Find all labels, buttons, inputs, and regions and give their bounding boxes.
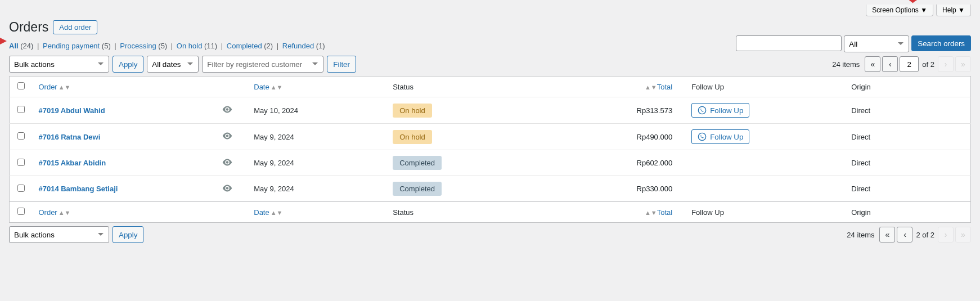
whatsapp-icon xyxy=(698,132,707,141)
svg-point-0 xyxy=(698,106,705,114)
prev-page-button-bottom[interactable]: ‹ xyxy=(897,227,912,242)
sort-total-bottom[interactable]: ▲▼Total xyxy=(644,208,672,217)
status-badge: Completed xyxy=(393,156,442,170)
svg-point-1 xyxy=(698,133,705,140)
order-origin: Direct xyxy=(846,150,970,176)
apply-button-top[interactable]: Apply xyxy=(113,56,143,73)
status-badge: Completed xyxy=(393,182,442,196)
order-origin: Direct xyxy=(846,176,970,202)
customer-filter-select[interactable]: Filter by registered customer xyxy=(202,56,323,73)
order-search-input[interactable] xyxy=(736,35,842,51)
last-page-button-bottom: » xyxy=(955,227,971,242)
items-count-bottom: 24 items xyxy=(847,231,874,239)
row-checkbox[interactable] xyxy=(17,106,25,113)
preview-icon[interactable] xyxy=(222,132,232,140)
annotation-arrow-search-input xyxy=(0,34,8,48)
help-label: Help xyxy=(942,6,956,14)
status-badge: On hold xyxy=(393,130,432,144)
order-date: May 9, 2024 xyxy=(248,176,387,202)
first-page-button[interactable]: « xyxy=(865,56,880,72)
page-number-input[interactable] xyxy=(900,56,919,72)
col-followup-bottom: Follow Up xyxy=(686,202,846,223)
followup-button[interactable]: Follow Up xyxy=(691,129,749,144)
order-date: May 9, 2024 xyxy=(248,150,387,176)
screen-options-button[interactable]: Screen Options ▼ xyxy=(866,5,933,16)
sort-date-bottom[interactable]: Date▲▼ xyxy=(254,208,282,217)
followup-button[interactable]: Follow Up xyxy=(691,103,749,118)
order-total: Rp313.573 xyxy=(603,97,686,124)
order-link[interactable]: #7015 Akbar Abidin xyxy=(38,159,106,167)
order-origin: Direct xyxy=(846,124,970,150)
whatsapp-icon xyxy=(698,106,707,115)
order-link[interactable]: #7016 Ratna Dewi xyxy=(38,133,100,141)
order-total: Rp330.000 xyxy=(603,176,686,202)
help-button[interactable]: Help ▼ xyxy=(936,5,971,16)
first-page-button-bottom[interactable]: « xyxy=(879,227,895,242)
prev-page-button[interactable]: ‹ xyxy=(882,56,898,72)
table-row: #7019 Abdul WahidMay 10, 2024On holdRp31… xyxy=(10,97,971,124)
registered-type-select[interactable]: All xyxy=(844,35,909,52)
order-origin: Direct xyxy=(846,97,970,124)
page-total-label: of 2 xyxy=(922,60,934,69)
screen-options-label: Screen Options xyxy=(872,6,919,14)
annotation-arrow-search-button xyxy=(892,0,919,6)
order-total: Rp602.000 xyxy=(603,150,686,176)
col-origin: Origin xyxy=(846,77,970,97)
search-orders-button[interactable]: Search orders xyxy=(911,35,971,51)
row-checkbox[interactable] xyxy=(17,159,25,166)
col-origin-bottom: Origin xyxy=(846,202,970,223)
table-row: #7015 Akbar AbidinMay 9, 2024CompletedRp… xyxy=(10,150,971,176)
preview-icon[interactable] xyxy=(222,158,232,166)
preview-icon[interactable] xyxy=(222,106,232,114)
col-status-bottom: Status xyxy=(387,202,603,223)
filter-button[interactable]: Filter xyxy=(327,56,356,73)
order-date: May 9, 2024 xyxy=(248,124,387,150)
col-status: Status xyxy=(387,77,603,97)
apply-button-bottom[interactable]: Apply xyxy=(113,226,143,243)
next-page-button-bottom: › xyxy=(938,227,954,242)
select-all-checkbox-top[interactable] xyxy=(17,82,25,89)
next-page-button: › xyxy=(938,56,954,72)
preview-icon[interactable] xyxy=(222,184,232,192)
date-filter-select[interactable]: All dates xyxy=(147,56,199,73)
page-display-bottom: 2 of 2 xyxy=(916,231,934,239)
items-count-top: 24 items xyxy=(832,60,860,69)
status-badge: On hold xyxy=(393,104,432,118)
sort-order[interactable]: Order▲▼ xyxy=(38,83,70,91)
sort-date[interactable]: Date▲▼ xyxy=(254,83,282,91)
order-link[interactable]: #7019 Abdul Wahid xyxy=(38,106,105,115)
order-date: May 10, 2024 xyxy=(248,97,387,124)
table-row: #7014 Bambang SetiajiMay 9, 2024Complete… xyxy=(10,176,971,202)
select-all-checkbox-bottom[interactable] xyxy=(17,208,25,215)
col-followup: Follow Up xyxy=(686,77,846,97)
bulk-actions-select-top[interactable]: Bulk actions xyxy=(9,56,109,73)
bulk-actions-select-bottom[interactable]: Bulk actions xyxy=(9,226,109,243)
sort-total[interactable]: ▲▼Total xyxy=(644,83,672,91)
order-link[interactable]: #7014 Bambang Setiaji xyxy=(38,185,118,193)
order-total: Rp490.000 xyxy=(603,124,686,150)
sort-order-bottom[interactable]: Order▲▼ xyxy=(38,208,70,217)
table-row: #7016 Ratna DewiMay 9, 2024On holdRp490.… xyxy=(10,124,971,150)
page-title: Orders xyxy=(9,20,48,35)
last-page-button: » xyxy=(955,56,971,72)
row-checkbox[interactable] xyxy=(17,132,25,140)
add-order-button[interactable]: Add order xyxy=(53,20,97,34)
row-checkbox[interactable] xyxy=(17,185,25,192)
